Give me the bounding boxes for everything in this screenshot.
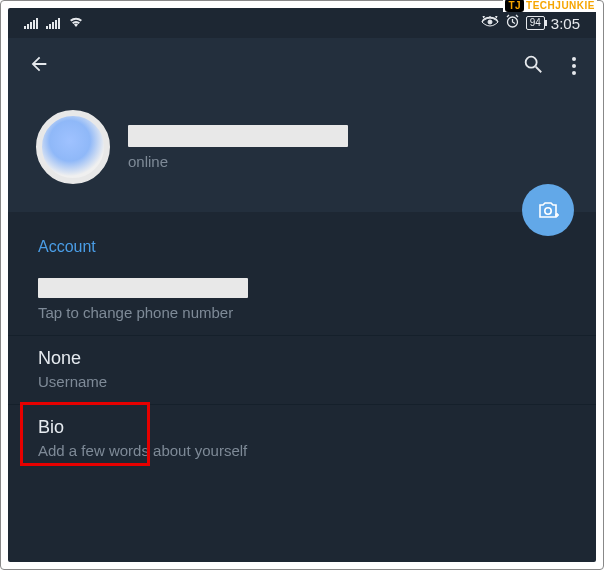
phone-screen: 94 3:05 online xyxy=(8,8,596,562)
search-button[interactable] xyxy=(522,53,544,79)
back-button[interactable] xyxy=(28,53,50,79)
profile-header: online xyxy=(8,94,596,212)
avatar[interactable] xyxy=(36,110,110,184)
svg-point-5 xyxy=(526,57,537,68)
username-row[interactable]: None Username xyxy=(8,336,596,405)
watermark-badge: TJ xyxy=(505,0,524,12)
app-bar xyxy=(8,38,596,94)
more-vert-icon xyxy=(572,57,576,75)
battery-indicator: 94 xyxy=(526,16,545,30)
phone-number-row[interactable]: Tap to change phone number xyxy=(8,266,596,336)
eye-icon xyxy=(481,16,499,31)
arrow-left-icon xyxy=(28,53,50,75)
set-photo-button[interactable] xyxy=(522,184,574,236)
clock-time: 3:05 xyxy=(551,15,580,32)
settings-list: Tap to change phone number None Username… xyxy=(8,266,596,473)
svg-line-6 xyxy=(536,67,542,73)
bio-label: Bio xyxy=(38,417,566,438)
svg-point-0 xyxy=(488,20,492,24)
wifi-icon xyxy=(68,15,84,31)
username-value: None xyxy=(38,348,566,369)
online-status: online xyxy=(128,153,348,170)
signal-icon xyxy=(24,17,38,29)
username-desc: Username xyxy=(38,373,566,390)
status-bar: 94 3:05 xyxy=(8,8,596,38)
phone-desc: Tap to change phone number xyxy=(38,304,566,321)
svg-point-7 xyxy=(545,208,551,214)
profile-name-redacted xyxy=(128,125,348,147)
status-bar-right: 94 3:05 xyxy=(481,14,580,32)
phone-value-redacted xyxy=(38,278,248,298)
search-icon xyxy=(522,53,544,75)
signal-icon-2 xyxy=(46,17,60,29)
outer-frame: TJ TECHJUNKIE 94 3:05 xyxy=(0,0,604,570)
section-header-account: Account xyxy=(8,212,596,266)
watermark-text: TECHJUNKIE xyxy=(526,0,595,11)
bio-desc: Add a few words about yourself xyxy=(38,442,566,459)
camera-plus-icon xyxy=(536,198,560,222)
bio-row[interactable]: Bio Add a few words about yourself xyxy=(8,405,596,473)
watermark: TJ TECHJUNKIE xyxy=(503,0,597,12)
status-bar-left xyxy=(24,15,84,31)
alarm-icon xyxy=(505,14,520,32)
more-button[interactable] xyxy=(572,57,576,75)
app-bar-actions xyxy=(522,53,576,79)
